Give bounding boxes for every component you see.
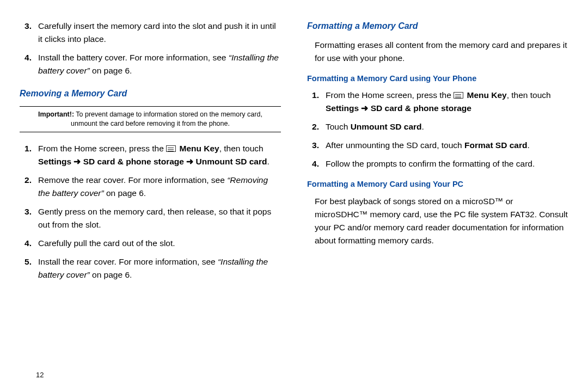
section-heading-removing: Removing a Memory Card: [20, 87, 281, 101]
list-number: 2.: [20, 174, 38, 200]
bold-text: Settings: [326, 103, 359, 113]
list-number: 4.: [20, 237, 38, 250]
list-item: 4. Install the battery cover. For more i…: [20, 51, 281, 77]
text: , then touch: [219, 144, 264, 153]
list-body: Touch Unmount SD card.: [326, 120, 568, 133]
text: , then touch: [507, 90, 551, 100]
left-column: 3. Carefully insert the memory card into…: [20, 20, 281, 392]
list-number: 3.: [20, 20, 38, 46]
page-layout: 3. Carefully insert the memory card into…: [0, 0, 588, 392]
important-label: Important!:: [38, 111, 74, 118]
arrow-icon: ➜: [74, 157, 81, 166]
list-item: 5.Install the rear cover. For more infor…: [20, 255, 281, 281]
list-body: From the Home screen, press the Menu Key…: [326, 89, 568, 115]
bold-text: Settings: [38, 157, 71, 166]
text: Follow the prompts to confirm the format…: [326, 159, 535, 168]
menu-key-icon: [454, 92, 463, 99]
text: After unmounting the SD card, touch: [326, 140, 464, 150]
text: Carefully pull the card out of the slot.: [38, 238, 175, 248]
text: Remove the rear cover. For more informat…: [38, 175, 227, 185]
list-body: Remove the rear cover. For more informat…: [38, 174, 281, 200]
list-item: 4.Follow the prompts to confirm the form…: [307, 157, 568, 170]
list-number: 5.: [20, 255, 38, 281]
list-body: Install the battery cover. For more info…: [38, 51, 281, 77]
bold-text: Menu Key: [467, 90, 506, 100]
list-item: 3. Carefully insert the memory card into…: [20, 20, 281, 46]
list-item: 3.After unmounting the SD card, touch Fo…: [307, 139, 568, 152]
list-number: 1.: [307, 89, 326, 115]
list-body: Gently press on the memory card, then re…: [38, 205, 281, 231]
text: Touch: [326, 122, 351, 131]
list-number: 1.: [20, 142, 38, 168]
text: Gently press on the memory card, then re…: [38, 207, 271, 229]
list-item: 4.Carefully pull the card out of the slo…: [20, 237, 281, 250]
list-number: 4.: [20, 51, 38, 77]
list-item: 1.From the Home screen, press the Menu K…: [307, 89, 568, 115]
text: Install the battery cover. For more info…: [38, 53, 229, 62]
text: on page 6.: [90, 270, 132, 279]
list-item: 3.Gently press on the memory card, then …: [20, 205, 281, 231]
list-body: Carefully pull the card out of the slot.: [38, 237, 281, 250]
bold-text: Menu Key: [179, 144, 219, 153]
text: .: [267, 157, 270, 166]
list-body: From the Home screen, press the Menu Key…: [38, 142, 281, 168]
text: From the Home screen, press the: [38, 144, 166, 153]
list-number: 2.: [307, 120, 326, 133]
right-column: Formatting a Memory Card Formatting eras…: [307, 20, 568, 392]
text: .: [422, 122, 424, 131]
list-body: After unmounting the SD card, touch Form…: [326, 139, 568, 152]
important-text: To prevent damage to information stored …: [71, 111, 262, 127]
section-heading-formatting: Formatting a Memory Card: [307, 20, 568, 33]
removing-steps-list: 1.From the Home screen, press the Menu K…: [20, 142, 281, 281]
text: From the Home screen, press the: [326, 90, 454, 100]
list-item: 1.From the Home screen, press the Menu K…: [20, 142, 281, 168]
important-box: Important!: To prevent damage to informa…: [20, 106, 281, 132]
text: .: [527, 140, 529, 150]
text: on page 6.: [90, 66, 132, 75]
pc-paragraph: For best playback of songs stored on a m…: [315, 195, 568, 247]
arrow-icon: ➜: [186, 157, 193, 166]
bold-text: SD card & phone storage: [83, 157, 184, 166]
formatting-paragraph: Formatting erases all content from the m…: [315, 39, 568, 65]
bold-text: SD card & phone storage: [371, 103, 471, 113]
list-body: Carefully insert the memory card into th…: [38, 20, 281, 46]
bold-text: Format SD card: [464, 140, 527, 150]
list-number: 3.: [307, 139, 326, 152]
menu-key-icon: [166, 145, 176, 152]
text: on page 6.: [104, 188, 146, 198]
phone-steps-list: 1.From the Home screen, press the Menu K…: [307, 89, 568, 170]
bold-text: Unmount SD card: [196, 157, 267, 166]
subheading-phone: Formatting a Memory Card using Your Phon…: [307, 72, 568, 84]
list-number: 3.: [20, 205, 38, 231]
arrow-icon: ➜: [361, 103, 368, 113]
subheading-pc: Formatting a Memory Card using Your PC: [307, 178, 568, 190]
page-number: 12: [36, 371, 44, 379]
bold-text: Unmount SD card: [351, 122, 422, 131]
list-item: 2.Touch Unmount SD card.: [307, 120, 568, 133]
text: Install the rear cover. For more informa…: [38, 257, 218, 266]
list-item: 2.Remove the rear cover. For more inform…: [20, 174, 281, 200]
list-body: Install the rear cover. For more informa…: [38, 255, 281, 281]
list-number: 4.: [307, 157, 326, 170]
list-body: Follow the prompts to confirm the format…: [326, 157, 568, 170]
